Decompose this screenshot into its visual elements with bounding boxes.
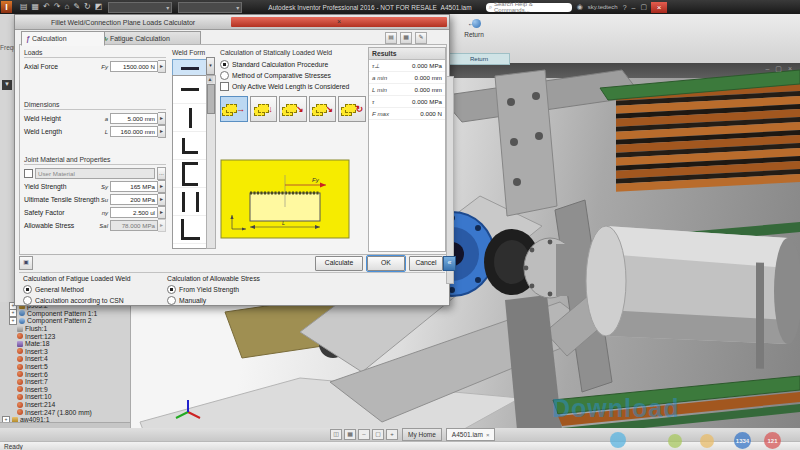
weld-shape-hline[interactable] <box>173 76 207 104</box>
redo-icon[interactable]: ↷ <box>54 1 61 13</box>
weld-form-list[interactable] <box>172 75 208 249</box>
chevron-down-icon[interactable]: ▾ <box>206 57 215 75</box>
weld-shape-corner[interactable] <box>173 132 207 160</box>
option-from-yield-strength[interactable]: From Yield Strength <box>167 284 307 295</box>
plus-icon[interactable]: + <box>386 429 398 440</box>
select-icon[interactable]: ◩ <box>95 1 103 13</box>
toggle-details-icon[interactable]: ▣ <box>19 256 33 270</box>
tab-close-icon[interactable]: × <box>486 432 490 438</box>
minimize-icon[interactable]: – <box>632 4 636 11</box>
help-icon[interactable]: ? <box>623 4 627 11</box>
load-type-button-3[interactable]: ↘ <box>279 96 307 122</box>
dialog-titlebar[interactable]: Fillet Weld/Connection Plane Loads Calcu… <box>15 15 449 30</box>
tree-item[interactable]: Insert:10 <box>0 393 130 401</box>
open-icon[interactable]: ▤ <box>20 1 28 13</box>
radio-icon[interactable] <box>167 285 176 294</box>
tab-my-home[interactable]: My Home <box>402 428 442 441</box>
option-comparative-stresses[interactable]: Method of Comparative Stresses <box>220 70 366 81</box>
axial-force-flyout-icon[interactable]: ▸ <box>158 60 166 73</box>
radio-icon[interactable] <box>220 71 229 80</box>
close-icon[interactable]: × <box>651 2 667 13</box>
home-icon[interactable]: ⌂ <box>65 1 70 13</box>
grid-icon[interactable]: ▦ <box>344 429 356 440</box>
tree-item[interactable]: Insert:7 <box>0 378 130 386</box>
weld-height-flyout-icon[interactable]: ▸ <box>158 112 166 125</box>
safety-factor-input[interactable]: 2.500 ul <box>110 207 158 218</box>
material-combo[interactable]: ▾ <box>108 2 172 13</box>
weld-shape-vline[interactable] <box>173 104 207 132</box>
maximize-icon[interactable]: ▢ <box>640 3 647 11</box>
radio-icon[interactable] <box>23 296 32 305</box>
table-icon[interactable]: ▦ <box>400 32 412 44</box>
tree-item[interactable]: Flush:1 <box>0 325 130 333</box>
dialog-scrollbar[interactable] <box>446 76 454 284</box>
ultimate-strength-input[interactable]: 200 MPa <box>110 194 158 205</box>
appearance-combo[interactable]: ▾ <box>178 2 242 13</box>
weld-list-scrollbar[interactable]: ▲ <box>206 75 216 249</box>
weld-length-input[interactable]: 160.000 mm <box>110 126 158 137</box>
undo-icon[interactable]: ↶ <box>43 1 50 13</box>
option-manually[interactable]: Manually <box>167 295 307 306</box>
option-active-weld-length[interactable]: Only Active Weld Length is Considered <box>220 81 366 92</box>
pane-icon[interactable]: ◫ <box>330 429 342 440</box>
tree-item[interactable]: +Component Pattern 2 <box>0 317 130 325</box>
checkbox-icon[interactable] <box>220 82 229 91</box>
account-label[interactable]: sky.tedtech <box>588 4 618 10</box>
expand-icon[interactable]: + <box>9 317 17 325</box>
load-type-button-1[interactable]: → <box>220 96 248 122</box>
load-type-button-5[interactable]: ↻ <box>338 96 366 122</box>
tree-item[interactable]: Insert:247 (1.800 mm) <box>0 408 130 416</box>
option-standard-procedure[interactable]: Standard Calculation Procedure <box>220 59 366 70</box>
option-csn-method[interactable]: Calculation according to CSN <box>23 295 153 306</box>
tree-item[interactable]: Insert:4 <box>0 355 130 363</box>
tree-item[interactable]: Insert:3 <box>0 348 130 356</box>
tree-item[interactable]: Insert:9 <box>0 386 130 394</box>
viewport-window-controls[interactable]: – ▢ × <box>766 65 794 73</box>
ultimate-strength-flyout-icon[interactable]: ▸ <box>158 193 166 206</box>
tree-item[interactable]: +Component Pattern 1:1 <box>0 310 130 318</box>
minus-icon[interactable]: – <box>358 429 370 440</box>
return-button[interactable]: ← Return <box>456 18 492 54</box>
weld-shape-channel[interactable] <box>173 160 207 188</box>
save-icon[interactable]: ▦ <box>32 1 40 13</box>
weld-shape-tee[interactable] <box>173 216 207 244</box>
tree-item[interactable]: Insert:214 <box>0 401 130 409</box>
load-type-button-4[interactable]: ↘ <box>309 96 337 122</box>
radio-icon[interactable] <box>220 60 229 69</box>
ok-button[interactable]: OK <box>367 256 405 271</box>
cancel-button[interactable]: Cancel <box>409 256 443 271</box>
ribbon-panel-return[interactable]: Return <box>448 53 510 65</box>
calculator-icon[interactable]: ✎ <box>415 32 427 44</box>
radio-icon[interactable] <box>23 285 32 294</box>
tree-item[interactable]: Mate:18 <box>0 340 130 348</box>
weld-height-input[interactable]: 5.000 mm <box>110 113 158 124</box>
collapse-chevron-button[interactable]: « <box>443 256 456 271</box>
tab-calculation[interactable]: ƒ Calculation <box>21 31 105 46</box>
summary-icon[interactable]: ▤ <box>385 32 397 44</box>
yield-strength-input[interactable]: 165 MPa <box>110 181 158 192</box>
tab-document[interactable]: A4501.iam× <box>446 428 496 441</box>
search-input[interactable]: ⌕Search Help & Commands... <box>486 3 572 12</box>
calculate-button[interactable]: Calculate <box>315 256 363 271</box>
tree-item[interactable]: Insert:123 <box>0 332 130 340</box>
load-type-button-2[interactable]: ↓ <box>250 96 278 122</box>
inventor-logo-icon[interactable]: I <box>1 1 12 13</box>
user-material-field[interactable]: User Material <box>35 168 155 179</box>
weld-length-flyout-icon[interactable]: ▸ <box>158 125 166 138</box>
material-browse-button[interactable]: ... <box>157 167 166 180</box>
square-icon[interactable]: ▢ <box>372 429 384 440</box>
option-general-method[interactable]: General Method <box>23 284 153 295</box>
sign-in-icon[interactable]: ◉ <box>577 3 583 11</box>
radio-icon[interactable] <box>167 296 176 305</box>
yield-strength-flyout-icon[interactable]: ▸ <box>158 180 166 193</box>
update-icon[interactable]: ↻ <box>84 1 91 13</box>
tree-item[interactable]: Insert:5 <box>0 363 130 371</box>
safety-factor-flyout-icon[interactable]: ▸ <box>158 206 166 219</box>
dialog-close-icon[interactable]: × <box>231 17 447 27</box>
sketch-icon[interactable]: ✎ <box>73 1 80 13</box>
tree-item[interactable]: Insert:6 <box>0 370 130 378</box>
user-material-checkbox[interactable] <box>24 169 33 178</box>
weld-shape-double[interactable] <box>173 188 207 216</box>
browser-filter-icon[interactable]: ▼ <box>2 80 12 90</box>
scroll-up-icon[interactable]: ▲ <box>207 76 213 83</box>
